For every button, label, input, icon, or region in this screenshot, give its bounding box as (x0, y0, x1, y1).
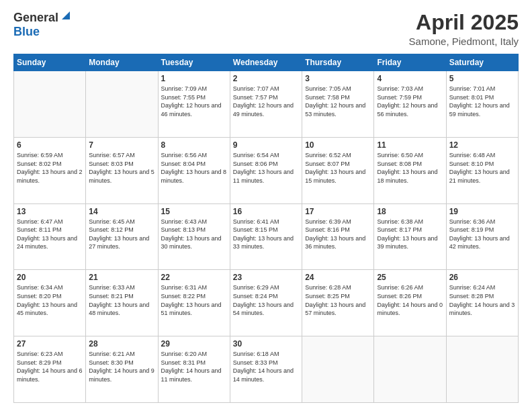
logo: General Blue (13, 11, 71, 39)
page-location: Samone, Piedmont, Italy (409, 36, 519, 47)
day-info: Sunrise: 6:26 AM Sunset: 8:26 PM Dayligh… (377, 283, 443, 317)
calendar-cell: 5Sunrise: 7:01 AM Sunset: 8:01 PM Daylig… (446, 71, 518, 138)
day-info: Sunrise: 7:05 AM Sunset: 7:58 PM Dayligh… (305, 85, 371, 118)
day-info: Sunrise: 6:28 AM Sunset: 8:25 PM Dayligh… (305, 283, 371, 317)
day-number: 23 (233, 273, 299, 282)
day-info: Sunrise: 6:52 AM Sunset: 8:07 PM Dayligh… (305, 151, 371, 185)
day-number: 3 (305, 74, 371, 83)
day-info: Sunrise: 6:56 AM Sunset: 8:04 PM Dayligh… (161, 151, 227, 185)
day-number: 27 (17, 339, 83, 349)
calendar-cell: 29Sunrise: 6:20 AM Sunset: 8:31 PM Dayli… (158, 336, 230, 403)
calendar-week-4: 20Sunrise: 6:34 AM Sunset: 8:20 PM Dayli… (14, 270, 519, 336)
day-info: Sunrise: 6:23 AM Sunset: 8:29 PM Dayligh… (17, 350, 83, 383)
day-number: 20 (17, 273, 83, 282)
weekday-header-thursday: Thursday (302, 54, 374, 71)
day-number: 1 (161, 74, 227, 83)
day-info: Sunrise: 6:33 AM Sunset: 8:21 PM Dayligh… (89, 283, 154, 317)
calendar-cell: 26Sunrise: 6:24 AM Sunset: 8:28 PM Dayli… (446, 270, 518, 336)
calendar-cell: 13Sunrise: 6:47 AM Sunset: 8:11 PM Dayli… (14, 203, 86, 270)
calendar-cell: 23Sunrise: 6:29 AM Sunset: 8:24 PM Dayli… (230, 270, 302, 336)
day-info: Sunrise: 6:18 AM Sunset: 8:33 PM Dayligh… (233, 350, 299, 383)
day-info: Sunrise: 7:09 AM Sunset: 7:55 PM Dayligh… (161, 85, 227, 118)
day-number: 16 (233, 207, 299, 216)
calendar-cell: 25Sunrise: 6:26 AM Sunset: 8:26 PM Dayli… (374, 270, 446, 336)
calendar-cell: 18Sunrise: 6:38 AM Sunset: 8:17 PM Dayli… (374, 203, 446, 270)
day-info: Sunrise: 6:41 AM Sunset: 8:15 PM Dayligh… (233, 218, 299, 251)
calendar-cell: 11Sunrise: 6:50 AM Sunset: 8:08 PM Dayli… (374, 137, 446, 203)
day-info: Sunrise: 7:03 AM Sunset: 7:59 PM Dayligh… (377, 85, 443, 118)
calendar-cell: 1Sunrise: 7:09 AM Sunset: 7:55 PM Daylig… (158, 71, 230, 138)
title-block: April 2025 Samone, Piedmont, Italy (409, 11, 519, 47)
day-number: 28 (89, 339, 154, 349)
calendar-cell: 24Sunrise: 6:28 AM Sunset: 8:25 PM Dayli… (302, 270, 374, 336)
logo-general-text: General (13, 11, 58, 25)
day-number: 22 (161, 273, 227, 282)
calendar-cell: 6Sunrise: 6:59 AM Sunset: 8:02 PM Daylig… (14, 137, 86, 203)
day-number: 21 (89, 273, 154, 282)
day-number: 12 (449, 140, 515, 150)
day-info: Sunrise: 6:47 AM Sunset: 8:11 PM Dayligh… (17, 218, 83, 251)
calendar-cell (86, 71, 158, 138)
calendar-cell (14, 71, 86, 138)
calendar-cell: 15Sunrise: 6:43 AM Sunset: 8:13 PM Dayli… (158, 203, 230, 270)
calendar-cell: 8Sunrise: 6:56 AM Sunset: 8:04 PM Daylig… (158, 137, 230, 203)
calendar-week-5: 27Sunrise: 6:23 AM Sunset: 8:29 PM Dayli… (14, 336, 519, 403)
day-info: Sunrise: 6:24 AM Sunset: 8:28 PM Dayligh… (449, 283, 515, 317)
weekday-header-saturday: Saturday (446, 54, 518, 71)
day-number: 11 (377, 140, 443, 150)
calendar-cell: 22Sunrise: 6:31 AM Sunset: 8:22 PM Dayli… (158, 270, 230, 336)
calendar-cell (374, 336, 446, 403)
day-number: 7 (89, 140, 154, 150)
day-info: Sunrise: 6:31 AM Sunset: 8:22 PM Dayligh… (161, 283, 227, 317)
day-number: 9 (233, 140, 299, 150)
day-info: Sunrise: 6:21 AM Sunset: 8:30 PM Dayligh… (89, 350, 154, 383)
day-info: Sunrise: 6:20 AM Sunset: 8:31 PM Dayligh… (161, 350, 227, 383)
weekday-header-wednesday: Wednesday (230, 54, 302, 71)
calendar-cell: 27Sunrise: 6:23 AM Sunset: 8:29 PM Dayli… (14, 336, 86, 403)
calendar-cell: 12Sunrise: 6:48 AM Sunset: 8:10 PM Dayli… (446, 137, 518, 203)
day-info: Sunrise: 6:34 AM Sunset: 8:20 PM Dayligh… (17, 283, 83, 317)
day-info: Sunrise: 6:59 AM Sunset: 8:02 PM Dayligh… (17, 151, 83, 185)
weekday-header-tuesday: Tuesday (158, 54, 230, 71)
day-number: 25 (377, 273, 443, 282)
calendar-cell: 4Sunrise: 7:03 AM Sunset: 7:59 PM Daylig… (374, 71, 446, 138)
day-number: 15 (161, 207, 227, 216)
page-title: April 2025 (409, 11, 519, 34)
day-number: 29 (161, 339, 227, 349)
day-number: 4 (377, 74, 443, 83)
calendar-week-1: 1Sunrise: 7:09 AM Sunset: 7:55 PM Daylig… (14, 71, 519, 138)
calendar-cell: 28Sunrise: 6:21 AM Sunset: 8:30 PM Dayli… (86, 336, 158, 403)
day-number: 24 (305, 273, 371, 282)
day-number: 19 (449, 207, 515, 216)
header: General Blue April 2025 Samone, Piedmont… (13, 11, 519, 47)
day-number: 30 (233, 339, 299, 349)
weekday-header-monday: Monday (86, 54, 158, 71)
calendar-cell: 7Sunrise: 6:57 AM Sunset: 8:03 PM Daylig… (86, 137, 158, 203)
day-info: Sunrise: 6:50 AM Sunset: 8:08 PM Dayligh… (377, 151, 443, 185)
day-info: Sunrise: 6:39 AM Sunset: 8:16 PM Dayligh… (305, 218, 371, 251)
day-info: Sunrise: 6:43 AM Sunset: 8:13 PM Dayligh… (161, 218, 227, 251)
day-number: 6 (17, 140, 83, 150)
calendar-cell: 9Sunrise: 6:54 AM Sunset: 8:06 PM Daylig… (230, 137, 302, 203)
day-number: 8 (161, 140, 227, 150)
calendar-cell: 20Sunrise: 6:34 AM Sunset: 8:20 PM Dayli… (14, 270, 86, 336)
calendar-cell: 14Sunrise: 6:45 AM Sunset: 8:12 PM Dayli… (86, 203, 158, 270)
day-number: 13 (17, 207, 83, 216)
page: General Blue April 2025 Samone, Piedmont… (0, 0, 532, 411)
day-number: 2 (233, 74, 299, 83)
weekday-header-sunday: Sunday (14, 54, 86, 71)
day-info: Sunrise: 6:54 AM Sunset: 8:06 PM Dayligh… (233, 151, 299, 185)
weekday-header-friday: Friday (374, 54, 446, 71)
calendar-cell: 2Sunrise: 7:07 AM Sunset: 7:57 PM Daylig… (230, 71, 302, 138)
calendar-cell (446, 336, 518, 403)
day-number: 18 (377, 207, 443, 216)
logo-arrow-icon (60, 10, 71, 24)
day-info: Sunrise: 6:29 AM Sunset: 8:24 PM Dayligh… (233, 283, 299, 317)
calendar-week-2: 6Sunrise: 6:59 AM Sunset: 8:02 PM Daylig… (14, 137, 519, 203)
day-info: Sunrise: 6:36 AM Sunset: 8:19 PM Dayligh… (449, 218, 515, 251)
day-info: Sunrise: 6:38 AM Sunset: 8:17 PM Dayligh… (377, 218, 443, 251)
calendar-cell: 16Sunrise: 6:41 AM Sunset: 8:15 PM Dayli… (230, 203, 302, 270)
logo-blue-text: Blue (13, 25, 40, 38)
day-number: 14 (89, 207, 154, 216)
calendar-cell: 21Sunrise: 6:33 AM Sunset: 8:21 PM Dayli… (86, 270, 158, 336)
